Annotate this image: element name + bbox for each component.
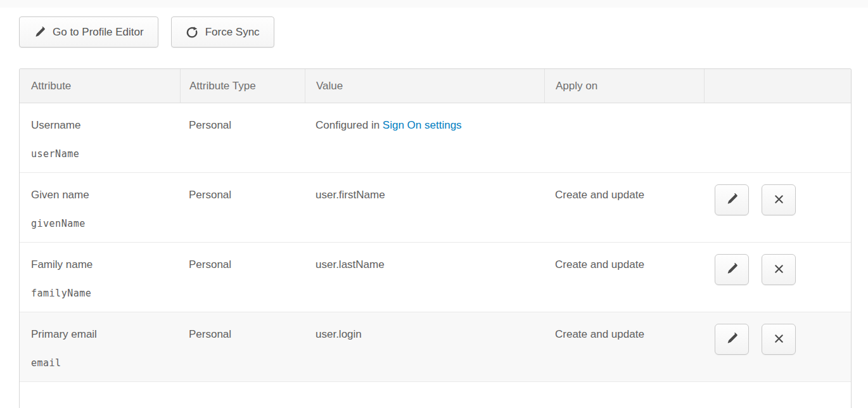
attribute-variable: email: [31, 357, 180, 369]
sign-on-settings-link[interactable]: Sign On settings: [383, 119, 462, 131]
row-actions: [704, 103, 851, 172]
header-cell-actions: [704, 69, 851, 103]
remove-attribute-button[interactable]: [762, 184, 796, 215]
pencil-icon: [725, 193, 738, 207]
close-icon: [773, 263, 785, 277]
table-row: Family name familyName Personal user.las…: [20, 243, 851, 312]
toolbar: Go to Profile Editor Force Sync: [19, 16, 868, 48]
force-sync-button[interactable]: Force Sync: [171, 16, 274, 48]
value-text: Configured in: [316, 119, 380, 131]
apply-on: [544, 103, 704, 172]
close-icon: [773, 193, 785, 207]
pencil-icon: [725, 332, 738, 347]
attribute-variable: familyName: [31, 288, 180, 300]
header-cell-apply-on: Apply on: [544, 69, 704, 103]
edit-attribute-button[interactable]: [715, 324, 749, 355]
attribute-variable: userName: [31, 148, 180, 160]
attribute-label: Given name: [31, 188, 180, 201]
row-actions: [704, 173, 851, 242]
table-header: Attribute Attribute Type Value Apply on: [20, 69, 851, 103]
pencil-icon: [34, 26, 46, 38]
sync-icon: [186, 26, 198, 39]
attribute-type: Personal: [180, 103, 305, 172]
remove-attribute-button[interactable]: [762, 254, 796, 285]
page-top-strip: [0, 0, 868, 8]
attribute-label: Username: [31, 118, 180, 132]
remove-attribute-button[interactable]: [762, 324, 796, 355]
header-cell-value: Value: [305, 69, 544, 103]
header-cell-attribute: Attribute: [20, 69, 180, 103]
close-icon: [773, 333, 785, 347]
pencil-icon: [725, 262, 738, 277]
attribute-type: Personal: [180, 243, 305, 312]
table-row-partial: [20, 382, 851, 408]
force-sync-label: Force Sync: [205, 26, 260, 39]
apply-on: Create and update: [544, 312, 704, 381]
header-cell-attribute-type: Attribute Type: [180, 69, 305, 103]
table-row: Username userName Personal Configured in…: [20, 103, 851, 173]
apply-on: Create and update: [544, 243, 704, 312]
row-actions: [704, 312, 851, 381]
attribute-label: Family name: [31, 258, 180, 271]
go-to-profile-editor-button[interactable]: Go to Profile Editor: [19, 16, 158, 48]
row-actions: [704, 243, 851, 312]
attribute-type: Personal: [180, 173, 305, 242]
attribute-value: user.login: [305, 312, 544, 381]
edit-attribute-button[interactable]: [715, 184, 749, 215]
go-to-profile-editor-label: Go to Profile Editor: [53, 26, 144, 39]
attribute-value: Configured in Sign On settings: [305, 103, 544, 172]
attribute-value: user.lastName: [305, 243, 544, 312]
apply-on: Create and update: [544, 173, 704, 242]
table-row: Given name givenName Personal user.first…: [20, 173, 851, 243]
attribute-value: user.firstName: [305, 173, 544, 242]
attribute-type: Personal: [180, 312, 305, 381]
edit-attribute-button[interactable]: [715, 254, 749, 285]
attribute-variable: givenName: [31, 218, 180, 230]
attribute-label: Primary email: [31, 328, 180, 341]
attribute-mappings-table: Attribute Attribute Type Value Apply on …: [19, 68, 852, 408]
table-row: Primary email email Personal user.login …: [20, 312, 851, 382]
